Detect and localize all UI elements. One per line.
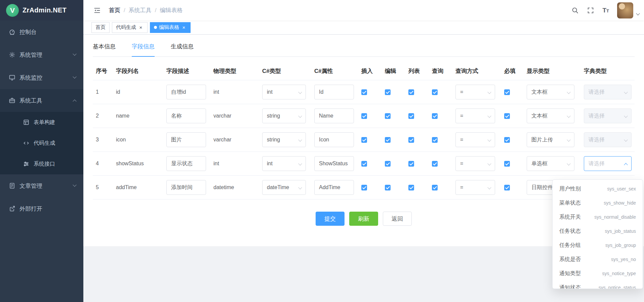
query-checkbox[interactable] (432, 137, 438, 143)
tag-edit-table[interactable]: 编辑表格 × (150, 22, 191, 33)
cs-property-input[interactable] (314, 156, 354, 171)
dropdown-option[interactable]: 通知类型 sys_notice_type (553, 266, 643, 281)
insert-checkbox[interactable] (361, 137, 367, 143)
required-checkbox[interactable] (504, 161, 510, 167)
cs-property-input[interactable] (314, 180, 354, 195)
chevron-up-icon (624, 163, 628, 167)
dict-type-select[interactable]: 请选择 (584, 85, 632, 99)
required-checkbox[interactable] (504, 113, 510, 119)
close-icon[interactable]: × (138, 25, 144, 30)
breadcrumb-current: 编辑表格 (160, 6, 183, 14)
sidebar-item-dashboard[interactable]: 控制台 (0, 20, 83, 43)
cs-type-select[interactable]: int (262, 85, 306, 99)
query-type-select[interactable]: = (455, 132, 495, 147)
edit-checkbox[interactable] (385, 137, 391, 143)
sidebar-item-system-api[interactable]: 系统接口 (0, 154, 83, 174)
insert-checkbox[interactable] (361, 161, 367, 167)
option-value: sys_normal_disable (594, 214, 636, 220)
insert-checkbox[interactable] (361, 89, 367, 95)
dict-type-select[interactable]: 请选择 (584, 109, 632, 123)
chevron-down-icon (567, 162, 570, 165)
dropdown-option[interactable]: 系统开关 sys_normal_disable (553, 210, 643, 224)
row-no: 1 (93, 89, 113, 95)
list-checkbox[interactable] (408, 137, 414, 143)
edit-checkbox[interactable] (385, 89, 391, 95)
insert-checkbox[interactable] (361, 113, 367, 119)
display-type-select[interactable]: 文本框 (527, 109, 574, 123)
cs-property-input[interactable] (314, 109, 354, 123)
tag-code-generation[interactable]: 代码生成 × (112, 22, 148, 33)
query-type-select[interactable]: = (455, 85, 495, 99)
cs-type-select[interactable]: string (262, 109, 306, 123)
list-checkbox[interactable] (408, 113, 414, 119)
query-checkbox[interactable] (432, 113, 438, 119)
list-checkbox[interactable] (408, 89, 414, 95)
close-icon[interactable]: × (181, 25, 187, 30)
edit-checkbox[interactable] (385, 161, 391, 167)
display-type-select[interactable]: 图片上传 (527, 132, 574, 147)
field-name: id (113, 89, 163, 95)
dropdown-option[interactable]: 任务分组 sys_job_group (553, 238, 643, 252)
field-desc-input[interactable] (166, 156, 206, 171)
dict-type-select-open[interactable]: 请选择 (584, 156, 632, 171)
list-checkbox[interactable] (408, 161, 414, 167)
cs-property-input[interactable] (314, 85, 354, 99)
query-type-select[interactable]: = (455, 180, 495, 195)
external-link-icon (9, 205, 15, 212)
dropdown-option[interactable]: 用户性别 sys_user_sex (553, 182, 643, 196)
dict-type-select[interactable]: 请选择 (584, 132, 632, 147)
dropdown-option[interactable]: 菜单状态 sys_show_hide (553, 196, 643, 210)
insert-checkbox[interactable] (361, 185, 367, 190)
dropdown-option[interactable]: 系统是否 sys_yes_no (553, 252, 643, 266)
tab-generate-info[interactable]: 生成信息 (171, 43, 194, 56)
submit-button[interactable]: 提交 (316, 212, 345, 226)
sidebar-item-system-monitor[interactable]: 系统监控 (0, 66, 83, 89)
app-logo[interactable]: V ZrAdmin.NET (0, 0, 83, 20)
sidebar-item-code-generation[interactable]: 代码生成 (0, 133, 83, 154)
search-icon[interactable] (571, 7, 579, 14)
dropdown-option-partial[interactable]: 通知状态 sys_notice_status (553, 281, 643, 289)
menu-fold-icon[interactable] (93, 7, 101, 14)
field-desc-input[interactable] (166, 132, 206, 147)
required-checkbox[interactable] (504, 89, 510, 95)
sidebar-item-system-tools[interactable]: 系统工具 (0, 89, 83, 112)
tab-basic-info[interactable]: 基本信息 (93, 43, 116, 56)
user-avatar[interactable] (617, 2, 633, 18)
sidebar-item-external-open[interactable]: 外部打开 (0, 197, 83, 220)
cs-type-select[interactable]: int (262, 156, 306, 171)
query-checkbox[interactable] (432, 185, 438, 190)
breadcrumb-home[interactable]: 首页 (109, 6, 120, 14)
display-type-select[interactable]: 单选框 (527, 156, 574, 171)
dropdown-option[interactable]: 任务状态 sys_job_status (553, 224, 643, 238)
query-checkbox[interactable] (432, 89, 438, 95)
edit-checkbox[interactable] (385, 185, 391, 190)
query-type-select[interactable]: = (455, 156, 495, 171)
display-type-select[interactable]: 文本框 (527, 85, 574, 99)
cs-property-input[interactable] (314, 132, 354, 147)
row-no: 2 (93, 113, 113, 119)
fullscreen-icon[interactable] (587, 7, 594, 14)
back-button[interactable]: 返回 (383, 212, 412, 226)
edit-checkbox[interactable] (385, 113, 391, 119)
tag-home[interactable]: 首页 (91, 22, 110, 33)
field-desc-input[interactable] (166, 180, 206, 195)
font-size-icon[interactable]: TT (602, 7, 609, 13)
tab-field-info[interactable]: 字段信息 (132, 43, 155, 57)
field-desc-input[interactable] (166, 109, 206, 123)
refresh-button[interactable]: 刷新 (349, 212, 378, 226)
sidebar-item-article-management[interactable]: 文章管理 (0, 174, 83, 197)
required-checkbox[interactable] (504, 137, 510, 143)
sidebar-item-system-management[interactable]: 系统管理 (0, 43, 83, 66)
query-checkbox[interactable] (432, 161, 438, 167)
option-label: 系统开关 (559, 214, 581, 221)
list-checkbox[interactable] (408, 185, 414, 190)
sidebar-item-form-builder[interactable]: 表单构建 (0, 112, 83, 133)
required-checkbox[interactable] (504, 185, 510, 190)
cs-type-select[interactable]: string (262, 132, 306, 147)
query-type-select[interactable]: = (455, 109, 495, 123)
field-desc-input[interactable] (166, 85, 206, 99)
option-value: sys_user_sex (607, 186, 636, 191)
cs-type-select[interactable]: dateTime (262, 180, 306, 195)
tag-label: 代码生成 (116, 24, 136, 31)
caret-down-icon[interactable] (636, 11, 640, 15)
